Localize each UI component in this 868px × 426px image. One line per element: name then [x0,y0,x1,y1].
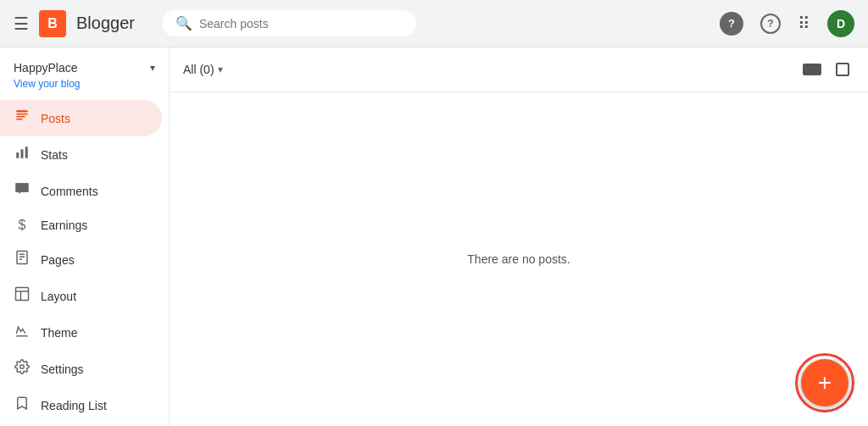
comments-icon [14,181,31,201]
search-bar: 🔍 [162,10,416,36]
empty-message: There are no posts. [467,252,570,266]
svg-rect-4 [16,152,19,158]
top-nav: ☰ B Blogger 🔍 ? ? ⠿ D [0,0,868,47]
help-circle-button[interactable]: ? [720,12,743,36]
pages-icon [14,250,31,269]
blogger-logo: B [39,10,66,37]
filter-label: All (0) [183,63,214,76]
layout-icon [14,286,31,306]
app-title: Blogger [76,14,135,33]
reading-list-icon [14,396,31,415]
stats-icon [14,145,31,164]
svg-rect-1 [16,113,28,115]
svg-rect-16 [803,64,821,75]
sidebar: HappyPlace ▾ View your blog Posts Stats … [0,47,170,426]
pages-label: Pages [41,253,75,267]
svg-rect-2 [16,116,25,118]
user-avatar[interactable]: D [827,10,854,37]
sidebar-item-comments[interactable]: Comments [0,173,162,209]
nav-left: ☰ B Blogger 🔍 [14,10,416,37]
sidebar-item-layout[interactable]: Layout [0,278,162,314]
svg-rect-3 [16,119,23,120]
sidebar-item-theme[interactable]: Theme [0,314,162,351]
fab-plus-icon: + [818,371,832,395]
svg-rect-6 [25,147,28,158]
content-toolbar: All (0) ▾ [170,47,868,92]
new-post-fab[interactable]: + [801,359,849,407]
comments-label: Comments [41,185,98,198]
sidebar-item-reading-list[interactable]: Reading List [0,387,162,423]
menu-icon[interactable]: ☰ [14,14,29,34]
theme-icon [14,323,31,342]
list-view-button[interactable] [831,58,854,81]
page-layout: HappyPlace ▾ View your blog Posts Stats … [0,47,868,426]
search-icon: 🔍 [175,15,192,31]
reading-list-label: Reading List [41,399,107,412]
toolbar-right [800,58,854,81]
svg-rect-17 [837,64,849,75]
settings-icon [14,359,31,379]
help-outline-button[interactable]: ? [760,14,781,34]
blog-selector[interactable]: HappyPlace ▾ [0,54,169,78]
view-blog-link[interactable]: View your blog [0,78,169,100]
sidebar-item-settings[interactable]: Settings [0,351,162,387]
earnings-icon: $ [14,218,31,233]
sidebar-item-pages[interactable]: Pages [0,241,162,278]
filter-arrow: ▾ [218,64,223,75]
layout-label: Layout [41,290,76,303]
sidebar-item-earnings[interactable]: $ Earnings [0,209,162,241]
blog-dropdown-arrow: ▾ [150,62,155,74]
fab-container: + [795,353,854,412]
apps-grid-icon[interactable]: ⠿ [798,14,810,34]
label-view-button[interactable] [800,58,824,81]
earnings-label: Earnings [41,219,87,232]
fab-outline: + [795,353,854,412]
svg-rect-11 [16,288,29,301]
stats-label: Stats [41,148,68,162]
sidebar-item-posts[interactable]: Posts [0,100,162,136]
svg-rect-5 [21,149,24,158]
blog-name: HappyPlace [14,61,150,75]
theme-label: Theme [41,326,78,340]
svg-rect-0 [16,110,28,112]
empty-state: There are no posts. [170,92,868,426]
main-content: All (0) ▾ There are no posts. [170,47,868,426]
nav-right: ? ? ⠿ D [720,10,854,37]
search-input[interactable] [199,17,386,30]
posts-label: Posts [41,112,70,125]
svg-point-15 [20,365,25,369]
filter-dropdown[interactable]: All (0) ▾ [183,63,223,76]
sidebar-item-stats[interactable]: Stats [0,136,162,173]
posts-icon [14,108,31,128]
settings-label: Settings [41,362,84,376]
